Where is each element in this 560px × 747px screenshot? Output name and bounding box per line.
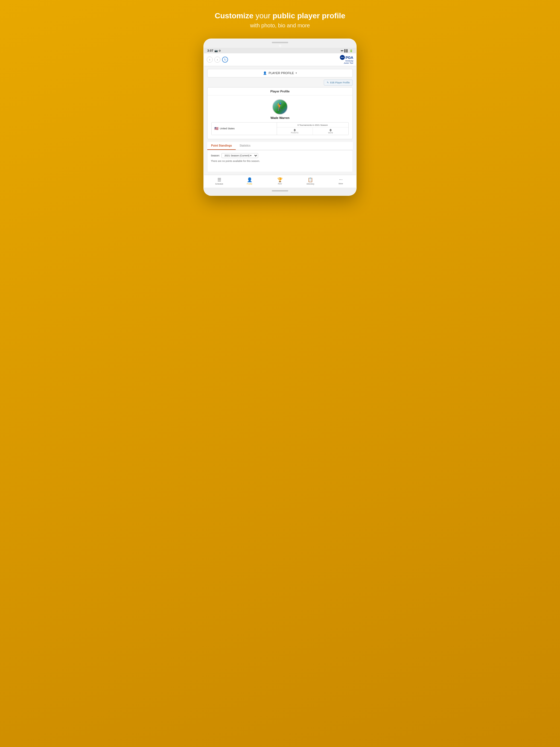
back-icon: ‹	[209, 58, 210, 61]
country-cell: 🇺🇸 United States	[212, 123, 277, 135]
bottom-nav: ☰ Schedule 👤 Profile 🏆 POY 📋 Directory ·…	[204, 175, 356, 187]
poy-label: POY	[278, 183, 282, 185]
signal-icon: ▌▌	[345, 49, 348, 52]
status-right: ▾▾ ▌▌ 🔋	[341, 49, 353, 52]
season-prefix: Season:	[211, 154, 220, 157]
nav-item-profile[interactable]: 👤 Profile	[243, 177, 256, 185]
forward-button[interactable]: ›	[214, 57, 221, 62]
tabs-bar: Point Standings Statistics	[207, 142, 353, 150]
browser-bar: ‹ › ↻ PGA PGA Kentucky Junior Tour	[204, 53, 356, 66]
camera-dot: ⬤	[204, 44, 356, 47]
top-notch	[272, 42, 288, 43]
profile-card-title: Player Profile	[207, 87, 353, 96]
content-area: 👤 PLAYER PROFILE ▾ ✎ Edit Player Profile…	[204, 66, 356, 175]
pga-subtitle2: Junior Tour	[344, 62, 353, 64]
player-name: Wade Warren	[271, 116, 289, 120]
status-bar: 3:07 📷 ⚙ ▾▾ ▌▌ 🔋	[204, 48, 356, 53]
person-icon: 👤	[263, 71, 267, 75]
more-label: More	[338, 183, 343, 185]
schedule-icon: ☰	[218, 177, 221, 182]
edit-button-label: Edit Player Profile	[330, 81, 350, 84]
pga-badge: PGA PGA	[340, 55, 353, 60]
points-cell: 0 POINTS	[277, 127, 313, 135]
season-row: Season: 2021 Season (Current) ▾	[211, 153, 349, 158]
profile-label: Profile	[247, 183, 252, 185]
no-points-message: There are no points available for this s…	[211, 160, 349, 162]
nav-dropdown-label: PLAYER PROFILE	[269, 71, 294, 75]
tab-point-standings[interactable]: Point Standings	[207, 142, 236, 150]
pga-name: PGA	[346, 56, 353, 59]
hero-section: Customize your public player profile wit…	[215, 11, 345, 29]
page-wrapper: Customize your public player profile wit…	[203, 11, 357, 196]
hero-bold-suffix: public player profile	[273, 11, 345, 20]
profile-card-body: 🏌️ Wade Warren 🇺🇸 United States 0 Tourn	[207, 96, 353, 139]
tab-statistics[interactable]: Statistics	[236, 142, 254, 150]
tab-statistics-label: Statistics	[239, 144, 251, 147]
schedule-label: Schedule	[215, 183, 223, 185]
back-button[interactable]: ‹	[207, 57, 213, 62]
refresh-button[interactable]: ↻	[222, 57, 228, 62]
tab-content: Season: 2021 Season (Current) ▾ There ar…	[207, 150, 353, 172]
tablet-bottom	[204, 187, 356, 195]
directory-label: Directory	[307, 183, 314, 185]
home-indicator	[272, 190, 288, 191]
status-icons: 📷 ⚙	[214, 49, 221, 52]
tablet-frame: ⬤ 3:07 📷 ⚙ ▾▾ ▌▌ 🔋 ‹ › ↻	[203, 38, 357, 196]
status-left: 3:07 📷 ⚙	[207, 49, 221, 52]
main-content: 👤 PLAYER PROFILE ▾ ✎ Edit Player Profile…	[204, 66, 356, 175]
tournaments-label: 0 Tournaments in 2021 Season	[277, 123, 348, 127]
season-select[interactable]: 2021 Season (Current) ▾	[222, 153, 258, 158]
nav-item-more[interactable]: ··· More	[334, 177, 348, 185]
tab-point-standings-label: Point Standings	[211, 144, 232, 147]
nav-item-schedule[interactable]: ☰ Schedule	[212, 177, 226, 185]
nav-item-poy[interactable]: 🏆 POY	[273, 177, 287, 185]
won-value: 0	[330, 129, 331, 132]
hero-bold-prefix: Customize	[215, 11, 253, 20]
hero-title: Customize your public player profile	[215, 11, 345, 21]
status-time: 3:07	[207, 49, 213, 52]
edit-player-profile-button[interactable]: ✎ Edit Player Profile	[324, 80, 353, 85]
player-avatar: 🏌️	[272, 99, 288, 114]
won-cell: 0 WON	[313, 127, 348, 135]
edit-btn-row: ✎ Edit Player Profile	[207, 80, 353, 85]
won-label: WON	[328, 132, 333, 134]
points-label: POINTS	[291, 132, 299, 134]
wifi-icon: ▾▾	[341, 49, 343, 52]
profile-icon: 👤	[247, 177, 252, 182]
golfer-icon: 🏌️	[275, 102, 285, 111]
player-profile-nav[interactable]: 👤 PLAYER PROFILE ▾	[207, 69, 353, 77]
nav-item-directory[interactable]: 📋 Directory	[304, 177, 317, 185]
profile-card: Player Profile 🏌️ Wade Warren 🇺🇸 U	[207, 87, 353, 139]
battery-icon: 🔋	[350, 49, 353, 52]
tablet-top	[204, 39, 356, 44]
stats-right-panel: 0 Tournaments in 2021 Season 0 POINTS 0 …	[277, 123, 348, 135]
hero-subtitle: with photo, bio and more	[215, 22, 345, 29]
country-name: United States	[220, 127, 235, 130]
directory-icon: 📋	[308, 177, 313, 182]
refresh-icon: ↻	[224, 58, 226, 61]
forward-icon: ›	[217, 58, 218, 61]
pga-circle: PGA	[340, 55, 345, 60]
pga-subtitle1: Kentucky	[345, 60, 353, 62]
pga-logo: PGA PGA Kentucky Junior Tour	[340, 55, 353, 64]
points-won-row: 0 POINTS 0 WON	[277, 127, 348, 135]
edit-icon: ✎	[327, 81, 329, 84]
chevron-down-icon: ▾	[296, 72, 297, 74]
poy-icon: 🏆	[277, 177, 283, 182]
us-flag-icon: 🇺🇸	[214, 127, 219, 130]
stats-row: 🇺🇸 United States 0 Tournaments in 2021 S…	[211, 122, 349, 135]
points-value: 0	[294, 129, 296, 132]
more-icon: ···	[339, 177, 342, 182]
hero-normal: your	[256, 11, 273, 20]
